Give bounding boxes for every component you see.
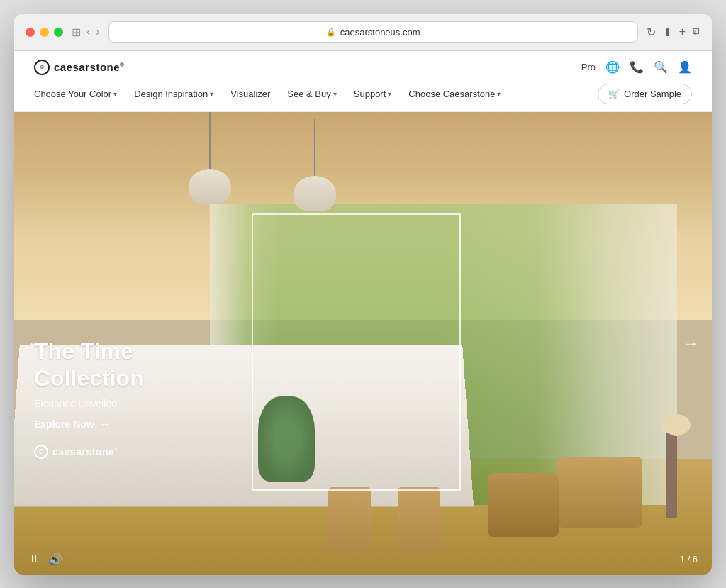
hero-subtitle: Elegance Unveiled [34, 398, 144, 409]
order-sample-button[interactable]: 🛒 Order Sample [598, 84, 692, 104]
volume-button[interactable]: 🔊 [48, 553, 62, 566]
share-icon[interactable]: ⬆ [663, 26, 672, 39]
hero-title: The Time Collection [34, 338, 144, 392]
nav-item-see-buy[interactable]: See & Buy ▾ [287, 89, 336, 99]
logo-icon: © [34, 60, 50, 75]
hero-bottom-controls: ⏸ 🔊 1 / 6 [14, 553, 712, 566]
slide-counter: 1 / 6 [680, 554, 698, 565]
reload-button[interactable]: ↻ [647, 26, 656, 39]
minimize-button[interactable] [40, 28, 49, 37]
nav-item-choose-caesarstone[interactable]: Choose Caesarstone ▾ [408, 89, 501, 99]
traffic-lights [26, 28, 63, 37]
logo[interactable]: © caesarstone® [34, 60, 124, 75]
phone-icon[interactable]: 📞 [630, 60, 644, 74]
account-icon[interactable]: 👤 [678, 60, 692, 74]
pendant-light-2 [294, 119, 336, 211]
chevron-down-icon: ▾ [113, 90, 117, 98]
hero-cta-button[interactable]: Explore Now → [34, 418, 144, 431]
prev-slide-button[interactable]: ← [21, 328, 50, 359]
forward-button[interactable]: › [96, 26, 99, 39]
url-text: caesarstoneus.com [340, 27, 420, 38]
pro-link[interactable]: Pro [581, 62, 596, 72]
cart-icon: 🛒 [608, 89, 620, 99]
logo-text: caesarstone® [54, 61, 124, 73]
browser-controls: ⊞ ‹ › [72, 26, 100, 39]
playback-controls: ⏸ 🔊 [28, 553, 62, 566]
tabs-icon[interactable]: ⧉ [693, 26, 700, 39]
pendant-light-1 [189, 112, 231, 204]
pendant-cord [209, 112, 211, 169]
nav-item-support[interactable]: Support ▾ [354, 89, 392, 99]
hero-section: The Time Collection Elegance Unveiled Ex… [14, 112, 712, 575]
hero-logo-text: caesarstone® [52, 446, 118, 457]
chevron-down-icon: ▾ [497, 90, 501, 98]
arm-chair-1 [557, 457, 642, 528]
site-content: © caesarstone® Pro 🌐 📞 🔍 👤 [14, 51, 712, 575]
lock-icon: 🔒 [326, 28, 336, 37]
search-icon[interactable]: 🔍 [654, 60, 668, 74]
globe-icon[interactable]: 🌐 [605, 60, 620, 74]
lamp-shade [662, 414, 691, 436]
site-header: © caesarstone® Pro 🌐 📞 🔍 👤 [14, 51, 712, 112]
new-tab-icon[interactable]: + [679, 26, 686, 39]
plant-decor [258, 396, 315, 482]
nav-item-design-inspiration[interactable]: Design Inspiration ▾ [134, 89, 213, 99]
window-icon: ⊞ [72, 26, 81, 39]
nav-item-visualizer[interactable]: Visualizer [230, 89, 270, 99]
pendant-shade [189, 169, 231, 204]
arm-chair-2 [488, 473, 559, 537]
nav-left: Choose Your Color ▾ Design Inspiration ▾… [34, 89, 501, 99]
pendant-cord-2 [314, 119, 315, 176]
maximize-button[interactable] [54, 28, 63, 37]
header-right: Pro 🌐 📞 🔍 👤 [581, 60, 692, 74]
hero-content: The Time Collection Elegance Unveiled Ex… [34, 338, 144, 459]
hero-logo: © caesarstone® [34, 445, 144, 459]
floor-lamp [666, 426, 677, 518]
nav-bar: Choose Your Color ▾ Design Inspiration ▾… [14, 84, 712, 111]
browser-window: ⊞ ‹ › 🔒 caesarstoneus.com ↻ ⬆ + ⧉ © caes… [14, 14, 712, 575]
pause-button[interactable]: ⏸ [28, 553, 40, 565]
address-bar[interactable]: 🔒 caesarstoneus.com [108, 21, 638, 43]
browser-actions: ↻ ⬆ + ⧉ [647, 26, 700, 39]
back-button[interactable]: ‹ [86, 26, 90, 39]
chevron-down-icon: ▾ [388, 90, 391, 98]
browser-chrome: ⊞ ‹ › 🔒 caesarstoneus.com ↻ ⬆ + ⧉ [14, 14, 712, 51]
cta-arrow-icon: → [100, 418, 111, 431]
chevron-down-icon: ▾ [333, 90, 337, 98]
bar-stool-1 [328, 487, 371, 551]
pendant-shade-2 [294, 176, 336, 211]
header-top: © caesarstone® Pro 🌐 📞 🔍 👤 [14, 51, 712, 84]
close-button[interactable] [26, 28, 35, 37]
next-slide-button[interactable]: → [676, 328, 705, 359]
bar-stool-2 [398, 487, 440, 551]
chevron-down-icon: ▾ [210, 90, 213, 98]
nav-item-choose-color[interactable]: Choose Your Color ▾ [34, 89, 117, 99]
hero-logo-icon: © [34, 445, 48, 459]
